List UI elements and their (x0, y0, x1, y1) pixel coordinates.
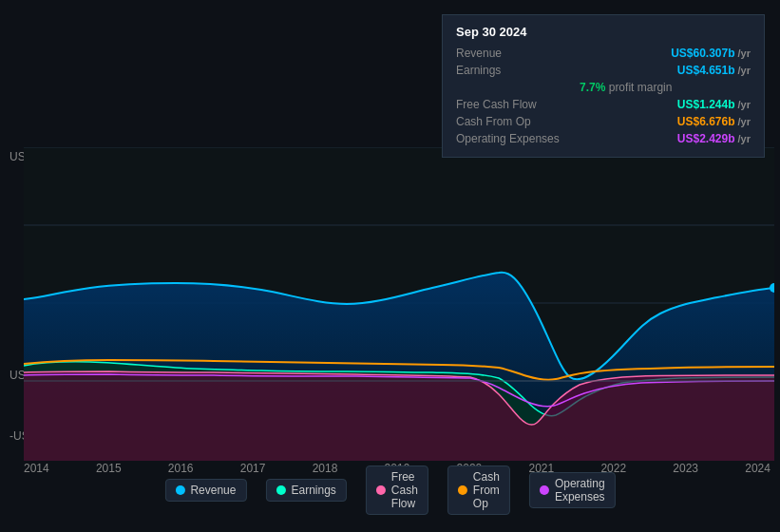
earnings-dot (276, 485, 285, 495)
opex-dot (540, 485, 549, 495)
cashfromop-label: Cash From Op (456, 115, 580, 128)
legend-opex-label: Operating Expenses (555, 477, 605, 504)
revenue-label: Revenue (456, 47, 580, 60)
legend-fcf-label: Free Cash Flow (391, 470, 418, 510)
legend-earnings-label: Earnings (291, 484, 335, 497)
legend-revenue-label: Revenue (190, 484, 236, 497)
legend-cashfromop[interactable]: Cash From Op (447, 466, 510, 515)
tooltip-cashfromop-row: Cash From Op US$6.676b/yr (456, 113, 751, 130)
profit-margin-row: 7.7% profit margin (456, 79, 751, 96)
cashfromop-value: US$6.676b/yr (677, 115, 751, 128)
tooltip-box: Sep 30 2024 Revenue US$60.307b/yr Earnin… (442, 14, 765, 158)
x-label-2014: 2014 (24, 462, 49, 475)
fcf-label: Free Cash Flow (456, 98, 580, 111)
legend-revenue[interactable]: Revenue (164, 479, 246, 502)
chart-container: Sep 30 2024 Revenue US$60.307b/yr Earnin… (0, 0, 780, 532)
legend-fcf[interactable]: Free Cash Flow (366, 466, 428, 515)
legend-opex[interactable]: Operating Expenses (529, 472, 616, 508)
opex-label: Operating Expenses (456, 132, 580, 145)
x-label-2015: 2015 (96, 462, 122, 475)
tooltip-date: Sep 30 2024 (456, 25, 751, 39)
opex-value: US$2.429b/yr (677, 132, 751, 145)
x-label-2023: 2023 (673, 462, 698, 475)
legend-earnings[interactable]: Earnings (265, 479, 346, 502)
chart-svg (24, 147, 774, 461)
fcf-area (24, 371, 774, 461)
tooltip-opex-row: Operating Expenses US$2.429b/yr (456, 130, 751, 147)
earnings-value: US$4.651b/yr (677, 64, 751, 77)
legend-cashfromop-label: Cash From Op (473, 470, 500, 510)
tooltip-earnings-row: Earnings US$4.651b/yr (456, 62, 751, 79)
fcf-dot (376, 485, 386, 495)
legend: Revenue Earnings Free Cash Flow Cash Fro… (164, 466, 615, 515)
cashfromop-dot (458, 485, 467, 495)
profit-margin-pct: 7.7% (580, 81, 605, 94)
fcf-value: US$1.244b/yr (677, 98, 751, 111)
tooltip-fcf-row: Free Cash Flow US$1.244b/yr (456, 96, 751, 113)
earnings-label: Earnings (456, 64, 580, 77)
revenue-value: US$60.307b/yr (671, 47, 751, 60)
tooltip-revenue-row: Revenue US$60.307b/yr (456, 45, 751, 62)
x-label-2024: 2024 (745, 462, 770, 475)
revenue-dot (175, 485, 184, 495)
